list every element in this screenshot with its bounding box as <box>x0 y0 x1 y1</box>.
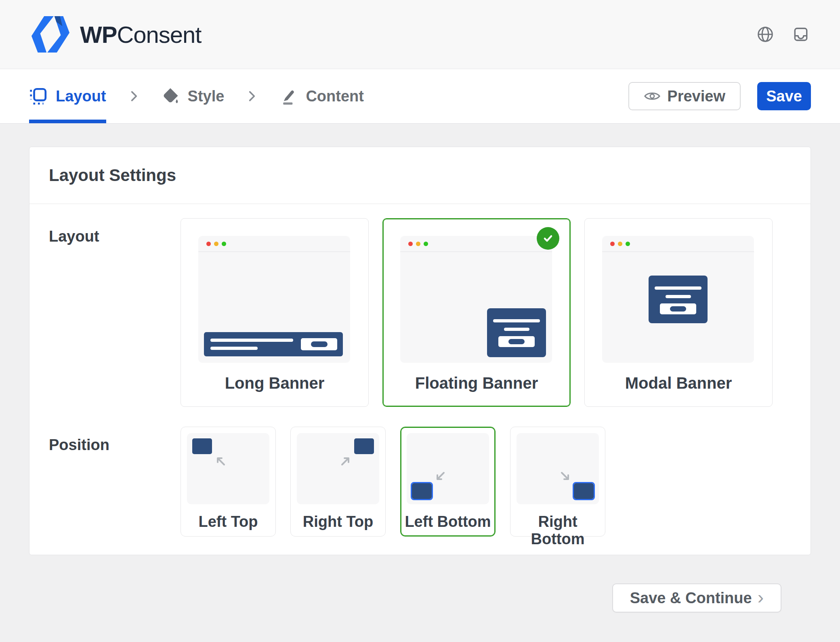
position-setting-row: Position Left Top <box>49 427 791 537</box>
save-button-label: Save <box>766 88 802 105</box>
layout-icon <box>29 87 48 105</box>
browser-titlebar <box>198 236 350 252</box>
red-dot-icon <box>610 242 615 246</box>
brand-name: WPConsent <box>80 21 201 48</box>
layout-option-modal-banner[interactable]: Modal Banner <box>584 218 773 407</box>
header-icons <box>756 25 809 44</box>
tab-content[interactable]: Content <box>280 69 364 123</box>
tab-style[interactable]: Style <box>162 69 225 123</box>
settings-nav: Layout Style <box>0 69 840 124</box>
card-body: Layout <box>29 204 811 555</box>
tab-layout-label: Layout <box>56 88 106 105</box>
nav-actions: Preview Save <box>628 82 811 110</box>
browser-mockup <box>602 236 754 363</box>
layout-option-label: Floating Banner <box>383 374 570 392</box>
long-banner-illustration <box>204 332 343 356</box>
selected-check-icon <box>537 227 559 250</box>
eye-icon <box>644 90 661 102</box>
banner-rect <box>192 438 212 454</box>
arrow-up-left-icon <box>214 454 227 467</box>
position-options: Left Top Right Top <box>181 427 605 537</box>
save-button[interactable]: Save <box>757 82 811 110</box>
tab-content-label: Content <box>306 88 364 105</box>
layout-option-label: Long Banner <box>181 374 368 392</box>
position-option-label: Left Bottom <box>401 513 495 530</box>
modal-banner-illustration <box>649 276 708 323</box>
arrow-down-left-icon <box>433 470 446 483</box>
chevron-right-icon <box>248 89 256 103</box>
pencil-icon <box>280 87 298 105</box>
yellow-dot-icon <box>618 242 622 246</box>
app-header: WPConsent <box>0 0 840 69</box>
inbox-icon[interactable] <box>792 26 809 43</box>
red-dot-icon <box>408 242 413 246</box>
position-option-right-bottom[interactable]: Right Bottom <box>510 427 605 537</box>
wpconsent-logo-icon <box>31 15 70 54</box>
arrow-up-right-icon <box>340 454 353 467</box>
active-tab-underline <box>29 120 106 123</box>
green-dot-icon <box>424 242 428 246</box>
green-dot-icon <box>222 242 226 246</box>
save-continue-button[interactable]: Save & Continue › <box>612 583 781 613</box>
position-option-label: Left Top <box>181 513 275 530</box>
position-option-right-top[interactable]: Right Top <box>290 427 386 537</box>
footer-bar: Save & Continue › <box>29 555 811 613</box>
banner-rect <box>574 483 594 499</box>
yellow-dot-icon <box>214 242 218 246</box>
page-title: Layout Settings <box>49 166 791 185</box>
browser-titlebar <box>400 236 552 252</box>
card-header: Layout Settings <box>29 147 811 204</box>
preview-button[interactable]: Preview <box>628 82 741 110</box>
position-option-label: Right Bottom <box>510 513 605 548</box>
browser-mockup <box>198 236 350 363</box>
layout-options: Long Banner <box>181 218 773 407</box>
tab-style-label: Style <box>188 88 225 105</box>
layout-option-long-banner[interactable]: Long Banner <box>181 218 369 407</box>
brand-name-rest: Consent <box>117 21 201 48</box>
position-option-left-bottom[interactable]: Left Bottom <box>400 427 496 537</box>
arrow-down-right-icon <box>559 470 572 483</box>
stepper-tabs: Layout Style <box>29 69 364 123</box>
banner-rect <box>412 483 432 499</box>
banner-rect <box>354 438 374 454</box>
chevron-right-icon <box>130 89 139 103</box>
browser-titlebar <box>602 236 754 252</box>
paint-bucket-icon <box>162 87 180 105</box>
red-dot-icon <box>206 242 211 246</box>
save-continue-label: Save & Continue <box>630 589 752 607</box>
brand-logo: WPConsent <box>31 15 201 54</box>
position-option-label: Right Top <box>291 513 385 530</box>
position-row-label: Position <box>49 427 181 537</box>
yellow-dot-icon <box>416 242 420 246</box>
floating-banner-illustration <box>487 308 546 357</box>
tab-layout[interactable]: Layout <box>29 69 106 123</box>
position-option-left-top[interactable]: Left Top <box>181 427 276 537</box>
preview-button-label: Preview <box>667 88 725 105</box>
layout-settings-card: Layout Settings Layout <box>29 147 811 555</box>
browser-mockup <box>400 236 552 363</box>
main-content: Layout Settings Layout <box>0 124 840 613</box>
chevron-right-icon: › <box>758 588 764 606</box>
layout-setting-row: Layout <box>49 218 791 407</box>
green-dot-icon <box>626 242 630 246</box>
layout-option-floating-banner[interactable]: Floating Banner <box>382 218 571 407</box>
layout-row-label: Layout <box>49 218 181 407</box>
brand-name-bold: WP <box>80 21 117 48</box>
layout-option-label: Modal Banner <box>585 374 772 392</box>
globe-icon[interactable] <box>756 25 775 44</box>
